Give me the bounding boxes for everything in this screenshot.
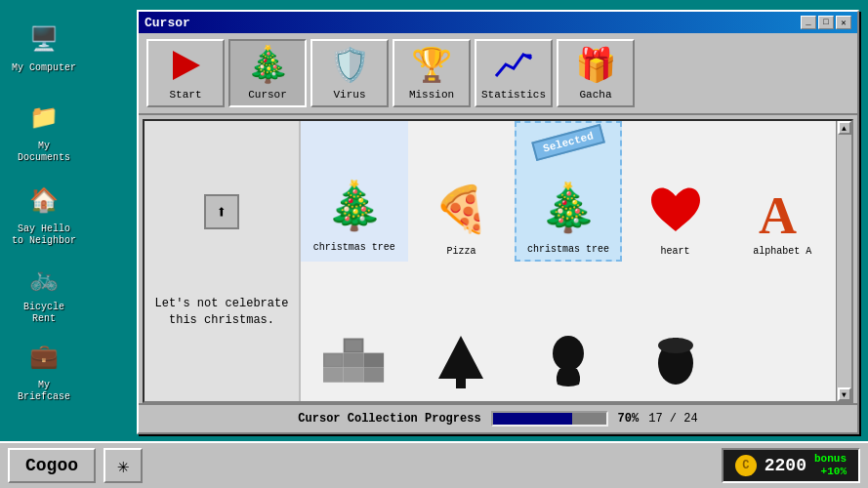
scroll-up-button[interactable]: ▲	[838, 121, 851, 135]
progress-label: Cursor Collection Progress	[298, 412, 480, 426]
my-computer-icon: 🖥️	[24, 20, 63, 59]
svg-marker-0	[173, 51, 200, 80]
desktop-icon-bicycle-rent[interactable]: 🚲 Bicycle Rent	[10, 259, 78, 325]
window-title: Cursor	[145, 16, 190, 30]
upload-button[interactable]: ⬆	[204, 194, 239, 229]
shadow-tree-icon	[430, 331, 492, 393]
cursor-item-heart[interactable]: heart	[622, 121, 729, 262]
svg-rect-3	[323, 368, 344, 383]
cursor-toolbar-icon: 🎄	[248, 46, 287, 85]
toolbar-mission-button[interactable]: 🏆 Mission	[393, 39, 471, 107]
bicycle-icon: 🚲	[24, 259, 63, 298]
cursor-item-shadow-tree[interactable]	[408, 262, 516, 402]
toolbar-cursor-button[interactable]: 🎄 Cursor	[228, 39, 307, 107]
alphabet-a-label: alphabet A	[753, 246, 811, 258]
left-panel-text: Let's not celebrate this christmas.	[154, 296, 289, 329]
pizza-icon: 🍕	[430, 180, 492, 242]
desktop-icon-bicycle-label: Bicycle Rent	[10, 302, 78, 325]
christmas-tree-1-label: christmas tree	[313, 242, 395, 254]
selected-badge: Selected	[531, 124, 605, 161]
progress-count: 17 / 24	[648, 412, 697, 426]
toolbar-start-button[interactable]: Start	[146, 39, 225, 107]
progress-percent: 70%	[618, 412, 640, 426]
window-titlebar: Cursor _ □ ✕	[139, 12, 857, 33]
window-controls: _ □ ✕	[801, 16, 851, 29]
virus-toolbar-icon: 🛡️	[330, 46, 369, 85]
shadow-vase-icon	[537, 331, 599, 393]
cursor-item-pizza[interactable]: 🍕 Pizza	[408, 121, 516, 262]
shadow-acorn-icon	[644, 331, 707, 393]
progress-track	[491, 411, 608, 427]
desktop-icon-my-documents-label: My Documents	[10, 141, 78, 164]
progress-bar-area: Cursor Collection Progress 70% 17 / 24	[139, 403, 857, 432]
briefcase-icon: 💼	[24, 337, 63, 376]
start-toolbar-icon	[166, 46, 205, 85]
taskbar: Cogoo ✳ C 2200 bonus+10%	[0, 441, 868, 488]
say-hello-icon: 🏠	[24, 181, 63, 220]
svg-rect-12	[456, 379, 466, 388]
desktop-icon-briefcase-label: My Briefcase	[10, 380, 78, 403]
toolbar-mission-label: Mission	[409, 89, 454, 101]
svg-rect-7	[363, 353, 384, 368]
gacha-toolbar-icon: 🎁	[576, 46, 615, 85]
cogoo-label: Cogoo	[25, 456, 78, 475]
scroll-down-button[interactable]: ▼	[838, 387, 851, 401]
left-panel: ⬆ Let's not celebrate this christmas.	[145, 121, 301, 401]
heart-label: heart	[661, 246, 690, 258]
svg-rect-16	[673, 338, 679, 346]
toolbar-statistics-button[interactable]: Statistics	[475, 39, 553, 107]
svg-rect-5	[344, 353, 364, 368]
toolbar-virus-button[interactable]: 🛡️ Virus	[310, 39, 389, 107]
desktop-icon-my-briefcase[interactable]: 💼 My Briefcase	[10, 337, 78, 403]
toolbar-gacha-button[interactable]: 🎁 Gacha	[557, 39, 635, 107]
cursor-item-empty	[728, 262, 836, 402]
mission-toolbar-icon: 🏆	[412, 46, 451, 85]
toolbar-virus-label: Virus	[333, 89, 365, 101]
pizza-label: Pizza	[446, 246, 475, 258]
my-documents-icon: 📁	[24, 98, 63, 137]
cursor-item-blocks[interactable]	[301, 262, 408, 402]
christmas-tree-1-icon: 🎄	[323, 176, 386, 238]
snowflake-icon: ✳	[117, 454, 129, 478]
scrollbar[interactable]: ▲ ▼	[836, 121, 851, 401]
maximize-button[interactable]: □	[818, 16, 834, 29]
coin-area: C 2200 bonus+10%	[722, 448, 860, 483]
coin-amount: 2200	[765, 456, 806, 475]
svg-marker-11	[438, 336, 483, 379]
toolbar-gacha-label: Gacha	[579, 89, 611, 101]
svg-rect-10	[345, 340, 361, 350]
progress-fill	[493, 413, 572, 425]
heart-icon	[644, 180, 707, 242]
toolbar-cursor-label: Cursor	[248, 89, 287, 101]
christmas-tree-2-label: christmas tree	[527, 244, 609, 256]
cursor-item-christmas-tree-selected[interactable]: Selected 🎄 christmas tree	[515, 121, 622, 262]
close-button[interactable]: ✕	[836, 16, 851, 29]
desktop-icon-say-hello[interactable]: 🏠 Say Hello to Neighbor	[10, 181, 78, 247]
cursor-item-shadow-vase[interactable]	[515, 262, 622, 402]
cursor-grid: 🎄 christmas tree 🍕 Pizza Selected 🎄 chri…	[301, 121, 836, 401]
toolbar-start-label: Start	[169, 89, 201, 101]
upload-icon: ⬆	[217, 201, 227, 223]
desktop-icon-my-documents[interactable]: 📁 My Documents	[10, 98, 78, 164]
minimize-button[interactable]: _	[801, 16, 816, 29]
toolbar: Start 🎄 Cursor 🛡️ Virus 🏆 Mission Statis…	[139, 33, 857, 115]
svg-point-13	[553, 336, 584, 371]
bonus-badge: bonus+10%	[814, 453, 847, 478]
alphabet-a-icon: A	[751, 180, 813, 242]
content-area: ⬆ Let's not celebrate this christmas. 🎄 …	[143, 119, 853, 403]
snowflake-button[interactable]: ✳	[103, 448, 143, 483]
desktop-icon-my-computer[interactable]: 🖥️ My Computer	[10, 20, 78, 74]
svg-rect-6	[344, 368, 364, 383]
cogoo-button[interactable]: Cogoo	[8, 448, 96, 483]
statistics-toolbar-icon	[494, 46, 533, 85]
toolbar-statistics-label: Statistics	[481, 89, 546, 101]
christmas-tree-2-icon: 🎄	[537, 178, 599, 240]
desktop-icon-my-computer-label: My Computer	[12, 62, 76, 74]
main-window: Cursor _ □ ✕ Start 🎄 Cursor 🛡️ Virus	[137, 10, 859, 434]
desktop-icon-say-hello-label: Say Hello to Neighbor	[10, 224, 78, 247]
svg-rect-8	[363, 368, 384, 383]
cursor-item-alphabet-a[interactable]: A alphabet A	[728, 121, 836, 262]
cursor-item-christmas-tree-1[interactable]: 🎄 christmas tree	[301, 121, 408, 262]
blocks-icon	[323, 331, 386, 393]
cursor-item-shadow-acorn[interactable]	[622, 262, 729, 402]
